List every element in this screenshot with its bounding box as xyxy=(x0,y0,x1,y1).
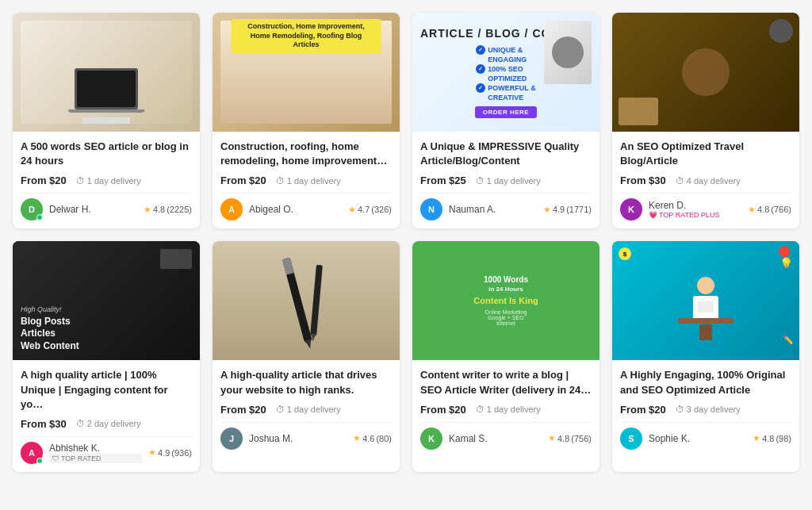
card-image xyxy=(612,13,799,132)
card-title: A Highly Engaging, 100% Original and SEO… xyxy=(620,368,791,397)
card-image: Construction, Home Improvement, Home Rem… xyxy=(213,13,400,132)
delivery-label: ⏱ 3 day delivery xyxy=(676,405,741,414)
rating-display: ★ 4.8 (98) xyxy=(753,433,791,443)
price-label: From $20 xyxy=(620,404,666,416)
price-label: From $20 xyxy=(21,174,67,186)
gig-card[interactable]: A 500 words SEO article or blog in 24 ho… xyxy=(13,13,200,228)
price-label: From $30 xyxy=(620,174,666,186)
seller-name: Abigeal O. xyxy=(249,204,342,215)
seller-name: Delwar H. xyxy=(49,204,137,215)
delivery-label: ⏱ 1 day delivery xyxy=(476,176,541,186)
price-label: From $30 xyxy=(21,418,67,430)
star-icon: ★ xyxy=(748,205,756,215)
gig-card[interactable]: ARTICLE / BLOG / CONTENT ✓UNIQUE & ENGAG… xyxy=(412,13,599,228)
star-icon: ★ xyxy=(144,205,151,215)
delivery-label: ⏱ 4 day delivery xyxy=(676,176,741,186)
clock-icon: ⏱ xyxy=(676,405,684,414)
card-title: A Unique & IMPRESSIVE Quality Article/Bl… xyxy=(420,140,592,168)
delivery-label: ⏱ 2 day delivery xyxy=(76,419,141,428)
rating-display: ★ 4.8 (2225) xyxy=(144,205,192,215)
gig-card[interactable]: 1000 Wordsin 24 Hours Content Is King On… xyxy=(412,241,599,472)
delivery-label: ⏱ 1 day delivery xyxy=(476,405,541,414)
clock-icon: ⏱ xyxy=(276,405,285,414)
gig-grid: A 500 words SEO article or blog in 24 ho… xyxy=(13,13,799,472)
online-indicator xyxy=(36,214,43,220)
clock-icon: ⏱ xyxy=(276,176,285,186)
rating-display: ★ 4.6 (80) xyxy=(353,433,392,443)
clock-icon: ⏱ xyxy=(76,176,85,186)
card-title: A 500 words SEO article or blog in 24 ho… xyxy=(21,140,192,168)
construction-banner: Construction, Home Improvement, Home Rem… xyxy=(232,19,381,53)
seller-name: Abhishek K. xyxy=(49,443,142,454)
avatar: N xyxy=(420,198,442,220)
delivery-label: ⏱ 1 day delivery xyxy=(76,176,141,186)
price-label: From $25 xyxy=(420,174,466,186)
delivery-label: ⏱ 1 day delivery xyxy=(276,405,341,414)
rating-display: ★ 4.7 (326) xyxy=(348,205,392,215)
clock-icon: ⏱ xyxy=(476,405,485,414)
card-image: ARTICLE / BLOG / CONTENT ✓UNIQUE & ENGAG… xyxy=(412,13,599,132)
delivery-label: ⏱ 1 day delivery xyxy=(276,176,341,186)
gig-card[interactable]: A high-quality article that drives your … xyxy=(213,241,400,472)
price-label: From $20 xyxy=(220,174,266,186)
seller-name: Joshua M. xyxy=(249,433,347,444)
star-icon: ★ xyxy=(753,433,760,443)
star-icon: ★ xyxy=(148,447,156,458)
avatar: K xyxy=(420,428,442,450)
shield-icon: 🛡 xyxy=(52,454,59,462)
gig-card[interactable]: High Quality! Blog PostsArticlesWeb Cont… xyxy=(13,241,200,472)
heart-icon: 💗 xyxy=(649,211,657,219)
avatar: S xyxy=(620,428,642,450)
avatar: K xyxy=(620,198,642,220)
star-icon: ★ xyxy=(353,433,361,443)
top-rated-plus-badge: 💗 TOP RATED PLUS xyxy=(649,211,741,219)
gig-card[interactable]: Construction, Home Improvement, Home Rem… xyxy=(213,13,400,228)
card-title: A high-quality article that drives your … xyxy=(220,368,392,397)
seller-name: Nauman A. xyxy=(449,204,537,215)
gig-card[interactable]: $ 💡 ✏️ A Highly Engaging, 100% Original … xyxy=(612,241,799,472)
card-image xyxy=(13,13,200,132)
top-rated-badge: 🛡 TOP RATED xyxy=(49,454,142,463)
card-title: Content writer to write a blog | SEO Art… xyxy=(420,368,592,397)
price-label: From $20 xyxy=(420,404,466,416)
seller-name: Kamal S. xyxy=(449,433,542,444)
star-icon: ★ xyxy=(348,205,356,215)
card-image: $ 💡 ✏️ xyxy=(612,241,799,360)
gig-card[interactable]: An SEO Optimized Travel Blog/ArticleFrom… xyxy=(612,13,799,228)
card-title: Construction, roofing, home remodeling, … xyxy=(220,140,392,168)
order-here-button[interactable]: ORDER HERE xyxy=(475,106,537,118)
card-title: A high quality article | 100% Unique | E… xyxy=(21,368,192,412)
avatar: A xyxy=(220,198,243,220)
rating-display: ★ 4.8 (756) xyxy=(548,433,592,443)
seller-name: Sophie K. xyxy=(649,433,746,444)
avatar: J xyxy=(220,428,243,450)
rating-display: ★ 4.8 (766) xyxy=(748,205,791,215)
clock-icon: ⏱ xyxy=(476,176,485,186)
star-icon: ★ xyxy=(548,433,556,443)
clock-icon: ⏱ xyxy=(676,176,684,186)
price-label: From $20 xyxy=(220,404,266,416)
card-title: An SEO Optimized Travel Blog/Article xyxy=(620,140,791,168)
seller-name: Keren D. xyxy=(649,200,741,211)
online-indicator xyxy=(36,458,43,464)
star-icon: ★ xyxy=(543,205,551,215)
card-image: High Quality! Blog PostsArticlesWeb Cont… xyxy=(13,241,200,360)
clock-icon: ⏱ xyxy=(76,419,85,428)
rating-display: ★ 4.9 (936) xyxy=(148,447,192,458)
card-image xyxy=(213,241,400,360)
rating-display: ★ 4.9 (1771) xyxy=(543,205,592,215)
card-image: 1000 Wordsin 24 Hours Content Is King On… xyxy=(412,241,599,360)
